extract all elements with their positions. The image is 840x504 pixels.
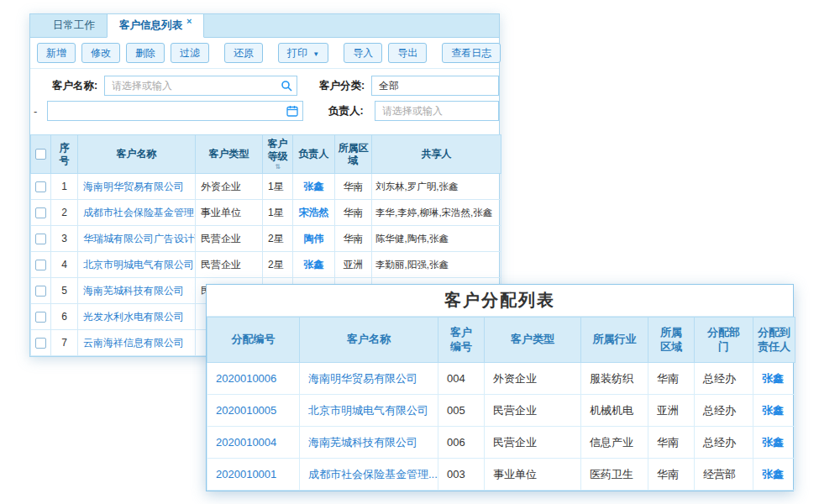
customer-type-cell: 外资企业 xyxy=(485,363,581,395)
owner-link[interactable]: 张鑫 xyxy=(304,181,324,192)
col-header-region: 所属区 域 xyxy=(335,135,372,174)
row-checkbox[interactable] xyxy=(35,286,46,297)
industry-cell: 机械机电 xyxy=(581,395,648,427)
region-cell: 华南 xyxy=(335,200,372,226)
col-header-assignee: 分配到 责任人 xyxy=(753,318,795,363)
col-header-shared: 共享人 xyxy=(372,135,501,174)
customer-name-link[interactable]: 云南海祥信息有限公司 xyxy=(83,337,184,349)
restore-button[interactable]: 还原 xyxy=(224,43,263,63)
region-cell: 华南 xyxy=(335,174,372,200)
table-row[interactable]: 3 华瑞城有限公司广告设计部 民营企业 2星 陶伟 华南 陈华健,陶伟,张鑫 xyxy=(31,226,501,252)
col-header-alloc-no: 分配编号 xyxy=(207,318,300,363)
customer-name-link[interactable]: 海南明华贸易有限公司 xyxy=(308,372,417,385)
alloc-no-link[interactable]: 2020010001 xyxy=(216,468,276,480)
calendar-icon[interactable] xyxy=(286,105,298,120)
caret-down-icon: ▼ xyxy=(312,50,319,58)
assignee-link[interactable]: 张鑫 xyxy=(762,436,784,449)
table-row[interactable]: 4 北京市明城电气有限公司 民营企业 2星 张鑫 亚洲 李勤丽,阳强,张鑫 xyxy=(31,252,501,278)
customer-category-select[interactable] xyxy=(371,76,499,96)
customer-no-cell: 004 xyxy=(438,363,485,395)
tab-customer-info-list[interactable]: 客户信息列表 × xyxy=(107,14,204,38)
customer-name-link[interactable]: 光发水利水电有限公司 xyxy=(83,311,184,323)
assignee-link[interactable]: 张鑫 xyxy=(762,372,784,385)
filter-button[interactable]: 过滤 xyxy=(171,43,209,63)
dept-cell: 经营部 xyxy=(695,459,753,491)
customer-name-link[interactable]: 北京市明城电气有限公司 xyxy=(83,259,194,270)
row-checkbox[interactable] xyxy=(35,207,46,218)
table-row[interactable]: 2020010004 海南芜城科技有限公司 006 民营企业 信息产业 华南 总… xyxy=(207,427,795,459)
owner-link[interactable]: 宋浩然 xyxy=(299,207,329,218)
table-row[interactable]: 2020010006 海南明华贸易有限公司 004 外资企业 服装纺织 华南 总… xyxy=(207,363,795,395)
owner-label: 负责人: xyxy=(328,104,375,118)
customer-name-link[interactable]: 成都市社会保险基金管理... xyxy=(83,207,196,218)
col-header-customer-no: 客户 编号 xyxy=(438,318,485,363)
customer-allocation-panel: 客户分配列表 分配编号 客户名称 客户 编号 客户类型 所属行业 所属 xyxy=(206,284,794,491)
col-header-industry: 所属行业 xyxy=(581,318,648,363)
assignee-link[interactable]: 张鑫 xyxy=(762,404,784,417)
edit-button[interactable]: 修改 xyxy=(81,43,120,63)
filter-area: 客户名称: 客户分类: - xyxy=(30,69,499,128)
allocation-table: 分配编号 客户名称 客户 编号 客户类型 所属行业 所属 区域 分配部 门 xyxy=(207,317,795,491)
col-header-customer-level[interactable]: 客户 等级 ⇅ xyxy=(263,135,293,174)
row-number: 6 xyxy=(51,304,78,330)
assignee-link[interactable]: 张鑫 xyxy=(762,468,784,480)
table-row[interactable]: 1 海南明华贸易有限公司 外资企业 1星 张鑫 华南 刘东林,罗广明,张鑫 xyxy=(31,174,501,200)
allocation-list-title: 客户分配列表 xyxy=(207,285,793,317)
customer-category-label: 客户分类: xyxy=(319,79,371,93)
row-checkbox[interactable] xyxy=(35,234,46,244)
dept-cell: 总经办 xyxy=(695,363,753,395)
col-header-dept: 分配部 门 xyxy=(695,318,753,363)
table-row[interactable]: 2020010005 北京市明城电气有限公司 005 民营企业 机械机电 亚洲 … xyxy=(207,395,795,427)
customer-type-cell: 民营企业 xyxy=(196,226,263,252)
customer-type-cell: 事业单位 xyxy=(485,459,581,491)
add-button[interactable]: 新增 xyxy=(37,43,76,63)
search-icon[interactable] xyxy=(281,80,292,95)
row-checkbox[interactable] xyxy=(35,260,46,270)
date-input[interactable] xyxy=(47,101,303,121)
export-button[interactable]: 导出 xyxy=(388,43,427,63)
date-range-dash: - xyxy=(34,105,40,118)
select-all-checkbox[interactable] xyxy=(35,149,46,160)
customer-type-cell: 民营企业 xyxy=(485,395,581,427)
tab-daily-work[interactable]: 日常工作 xyxy=(41,14,107,37)
customer-name-link[interactable]: 海南芜城科技有限公司 xyxy=(83,285,184,297)
shared-people-cell: 刘东林,罗广明,张鑫 xyxy=(372,174,501,200)
alloc-no-link[interactable]: 2020010006 xyxy=(216,372,276,385)
print-button[interactable]: 打印 ▼ xyxy=(278,43,328,63)
customer-name-link[interactable]: 华瑞城有限公司广告设计部 xyxy=(83,233,196,244)
shared-people-cell: 李勤丽,阳强,张鑫 xyxy=(372,252,501,278)
industry-cell: 服装纺织 xyxy=(581,363,648,395)
view-log-button[interactable]: 查看日志 xyxy=(442,43,501,63)
customer-name-input[interactable] xyxy=(104,76,297,96)
sort-icon[interactable]: ⇅ xyxy=(265,164,291,171)
owner-link[interactable]: 陶伟 xyxy=(304,233,324,244)
customer-name-link[interactable]: 成都市社会保险基金管理... xyxy=(308,468,438,480)
tab-bar: 日常工作 客户信息列表 × xyxy=(30,14,499,38)
col-header-owner: 负责人 xyxy=(293,135,335,174)
customer-type-cell: 民营企业 xyxy=(485,427,581,459)
region-cell: 华南 xyxy=(648,459,695,491)
row-checkbox[interactable] xyxy=(35,181,46,192)
customer-name-link[interactable]: 北京市明城电气有限公司 xyxy=(308,404,428,417)
col-header-customer-type: 客户类型 xyxy=(485,318,581,363)
import-button[interactable]: 导入 xyxy=(344,43,382,63)
customer-type-cell: 外资企业 xyxy=(196,174,263,200)
delete-button[interactable]: 删除 xyxy=(126,43,165,63)
row-checkbox[interactable] xyxy=(35,338,46,349)
alloc-no-link[interactable]: 2020010005 xyxy=(216,404,276,417)
alloc-no-link[interactable]: 2020010004 xyxy=(216,436,276,449)
customer-level-cell: 2星 xyxy=(263,226,293,252)
toolbar: 新增 修改 删除 过滤 还原 打印 ▼ 导入 导出 查看日志 xyxy=(30,38,499,69)
customer-level-cell: 1星 xyxy=(263,174,293,200)
region-cell: 华南 xyxy=(648,363,695,395)
col-header-no: 序 号 xyxy=(51,135,78,174)
customer-name-link[interactable]: 海南芜城科技有限公司 xyxy=(308,436,417,449)
close-icon[interactable]: × xyxy=(186,16,192,26)
table-row[interactable]: 2 成都市社会保险基金管理... 事业单位 1星 宋浩然 华南 李华,李婷,柳琳… xyxy=(31,200,501,226)
customer-name-link[interactable]: 海南明华贸易有限公司 xyxy=(83,181,184,192)
region-cell: 亚洲 xyxy=(648,395,695,427)
owner-input[interactable] xyxy=(375,101,499,121)
table-row[interactable]: 2020010001 成都市社会保险基金管理... 003 事业单位 医药卫生 … xyxy=(207,459,795,491)
owner-link[interactable]: 张鑫 xyxy=(304,259,324,270)
row-checkbox[interactable] xyxy=(35,312,46,323)
